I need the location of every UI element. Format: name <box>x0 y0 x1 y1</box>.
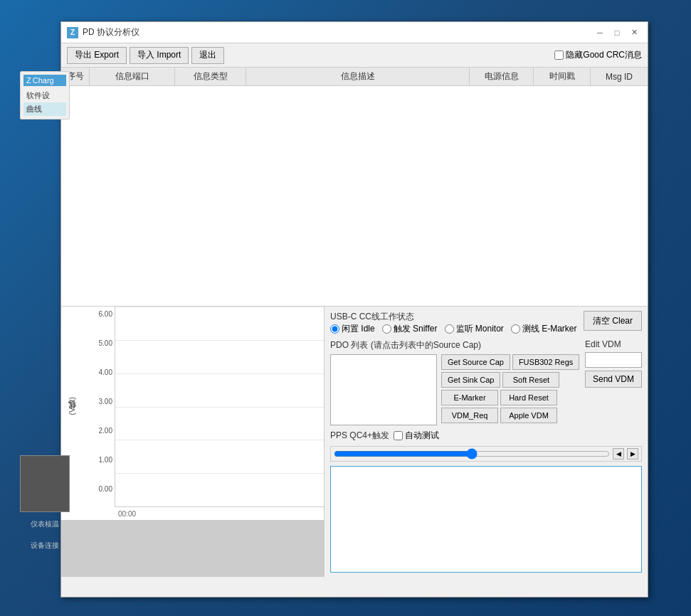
sidebar-icon: Z <box>26 76 31 85</box>
chart-inner: 代线(Volt) 6.00 5.00 4.00 3.00 <box>61 307 324 520</box>
exit-button[interactable]: 退出 <box>191 47 224 64</box>
grid-line <box>115 307 324 307</box>
export-button[interactable]: 导出 Export <box>67 47 127 64</box>
minimize-button[interactable]: ─ <box>592 25 608 41</box>
col-power: 电源信息 <box>470 68 534 85</box>
x-axis-time: 00:00 <box>83 507 324 520</box>
left-sidebar-panel: Z Charg 软件设 曲线 <box>20 71 70 120</box>
get-source-cap-btn[interactable]: Get Source Cap <box>441 354 510 370</box>
vdm-req-btn[interactable]: VDM_Req <box>441 408 498 423</box>
pdo-left: PDO 列表 (请点击列表中的Source Cap) Get Source Ca… <box>330 339 579 425</box>
slider-area: ◀ ▶ <box>330 446 642 462</box>
grid-line <box>115 407 324 408</box>
pdo-vdm-section: PDO 列表 (请点击列表中的Source Cap) Get Source Ca… <box>330 339 642 425</box>
app-icon: Z <box>67 27 78 38</box>
hide-crc-label[interactable]: 隐藏Good CRC消息 <box>554 49 642 61</box>
pdo-btn-row-4: VDM_Req Apple VDM <box>441 408 579 423</box>
usb-status-left: USB-C CC线工作状态 闲置 Idle 触发 Sniffer <box>330 311 577 335</box>
send-vdm-button[interactable]: Send VDM <box>585 371 642 388</box>
pdo-btn-row-3: E-Marker Hard Reset <box>441 390 579 405</box>
hide-crc-checkbox[interactable] <box>554 51 564 60</box>
chart-canvas: 代线(Volt) 6.00 5.00 4.00 3.00 <box>61 307 324 520</box>
radio-emarker[interactable] <box>511 324 520 334</box>
auto-test-label[interactable]: 自动测试 <box>394 430 439 442</box>
pdo-btn-row-2: Get Sink Cap Soft Reset <box>441 372 579 388</box>
pdo-content: Get Source Cap FUSB302 Regs Get Sink Cap… <box>330 354 579 425</box>
lower-content: 代线(Volt) 6.00 5.00 4.00 3.00 <box>61 307 648 577</box>
slider-right-btn[interactable]: ▶ <box>627 448 638 460</box>
apple-vdm-btn[interactable]: Apple VDM <box>500 408 557 423</box>
edit-vdm-label: Edit VDM <box>585 339 642 349</box>
title-bar-left: Z PD 协议分析仪 <box>67 26 139 38</box>
toolbar: 导出 Export 导入 Import 退出 隐藏Good CRC消息 <box>61 43 648 68</box>
table-header: 序号 信息端口 信息类型 信息描述 电源信息 时间戳 Msg ID <box>61 68 648 86</box>
desktop: Z PD 协议分析仪 ─ □ ✕ 导出 Export 导入 Import 退出 … <box>0 0 691 616</box>
mode-emarker[interactable]: 测线 E-Marker <box>511 323 577 335</box>
pdo-btn-row-1: Get Source Cap FUSB302 Regs <box>441 354 579 370</box>
vdm-right: Edit VDM Send VDM <box>585 339 642 388</box>
slider-left-btn[interactable]: ◀ <box>613 448 624 460</box>
radio-sniffer[interactable] <box>382 324 391 334</box>
grid-line <box>115 340 324 341</box>
chart-plot <box>115 307 324 507</box>
pdo-list[interactable] <box>330 354 437 425</box>
grid-line <box>115 440 324 440</box>
radio-idle[interactable] <box>330 324 339 334</box>
y-axis-values: 6.00 5.00 4.00 3.00 2.00 1.00 0.00 <box>83 307 115 507</box>
pps-section: PPS QC4+触发 自动测试 <box>330 430 642 442</box>
window-title: PD 协议分析仪 <box>83 26 139 38</box>
temp-label: 仪表核温 <box>20 519 70 529</box>
col-msg: Msg ID <box>591 68 648 85</box>
col-port: 信息端口 <box>90 68 175 85</box>
grid-line <box>115 473 324 474</box>
col-desc: 信息描述 <box>246 68 470 85</box>
right-content: USB-C CC线工作状态 闲置 Idle 触发 Sniffer <box>325 307 648 577</box>
get-sink-cap-btn[interactable]: Get Sink Cap <box>441 372 500 388</box>
import-button[interactable]: 导入 Import <box>130 47 189 64</box>
usb-status-title: USB-C CC线工作状态 <box>330 311 577 323</box>
bottom-left-panel <box>20 455 70 512</box>
mode-sniffer[interactable]: 触发 Sniffer <box>382 323 438 335</box>
grid-line <box>115 373 324 374</box>
table-body[interactable] <box>61 86 648 307</box>
left-chart-panel: 代线(Volt) 6.00 5.00 4.00 3.00 <box>61 307 325 577</box>
mode-monitor[interactable]: 监听 Monitor <box>445 323 504 335</box>
toolbar-left: 导出 Export 导入 Import 退出 <box>67 47 224 64</box>
auto-test-checkbox[interactable] <box>394 431 403 440</box>
e-marker-btn[interactable]: E-Marker <box>441 390 498 405</box>
small-chart-panel <box>61 520 324 577</box>
toolbar-right: 隐藏Good CRC消息 <box>554 49 642 61</box>
title-controls: ─ □ ✕ <box>592 25 642 41</box>
pps-label: PPS QC4+触发 <box>330 430 389 442</box>
sidebar-charge[interactable]: Z Charg <box>23 75 66 86</box>
clear-button[interactable]: 清空 Clear <box>584 311 642 331</box>
col-time: 时间戳 <box>534 68 591 85</box>
vdm-input[interactable] <box>585 352 642 368</box>
mode-radio-group: 闲置 Idle 触发 Sniffer 监听 Monitor <box>330 323 577 335</box>
device-label: 设备连接 <box>20 541 70 551</box>
main-window: Z PD 协议分析仪 ─ □ ✕ 导出 Export 导入 Import 退出 … <box>60 21 648 598</box>
pdo-title: PDO 列表 (请点击列表中的Source Cap) <box>330 339 579 351</box>
y-axis-label: 代线(Volt) <box>67 397 78 415</box>
hard-reset-btn[interactable]: Hard Reset <box>500 390 557 405</box>
bottom-textarea[interactable] <box>330 466 642 573</box>
sidebar-software[interactable]: 软件设 <box>23 89 66 102</box>
soft-reset-btn[interactable]: Soft Reset <box>502 372 559 388</box>
maximize-button[interactable]: □ <box>609 25 625 41</box>
fusb302-regs-btn[interactable]: FUSB302 Regs <box>512 354 579 370</box>
close-button[interactable]: ✕ <box>626 25 642 41</box>
usb-status-row: USB-C CC线工作状态 闲置 Idle 触发 Sniffer <box>330 311 642 335</box>
pdo-buttons: Get Source Cap FUSB302 Regs Get Sink Cap… <box>441 354 579 425</box>
title-bar: Z PD 协议分析仪 ─ □ ✕ <box>61 22 648 43</box>
col-type: 信息类型 <box>175 68 246 85</box>
mode-idle[interactable]: 闲置 Idle <box>330 323 375 335</box>
slider-control[interactable] <box>334 449 610 459</box>
radio-monitor[interactable] <box>445 324 454 334</box>
sidebar-curve[interactable]: 曲线 <box>23 102 66 116</box>
